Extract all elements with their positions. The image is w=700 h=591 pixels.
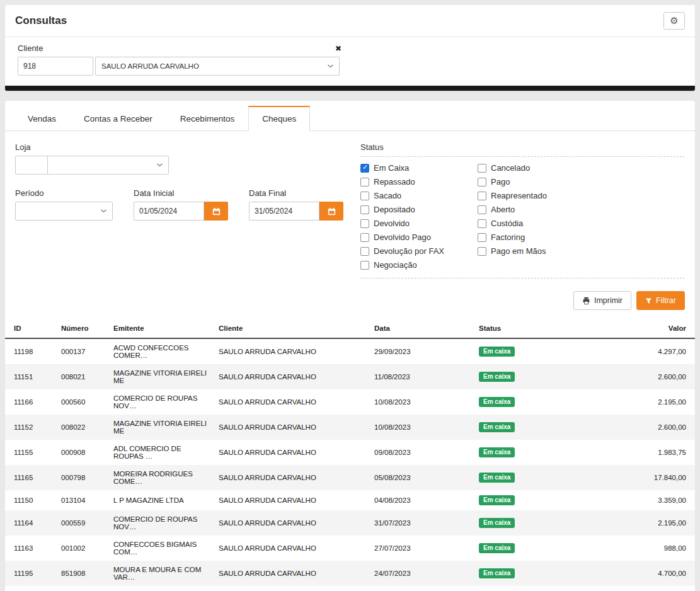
- table-row[interactable]: 11165 000798 MOREIRA RODRIGUES COME… SAU…: [5, 465, 695, 490]
- status-checkbox[interactable]: Aberto: [478, 205, 685, 214]
- status-checkbox[interactable]: Devolução por FAX: [360, 246, 478, 256]
- col-emitente[interactable]: Emitente: [110, 319, 215, 338]
- status-checkbox[interactable]: Pago: [478, 177, 685, 186]
- tab[interactable]: Contas a Receber: [70, 106, 166, 131]
- table-row[interactable]: 11166 000560 COMERCIO DE ROUPAS NOV… SAU…: [5, 389, 695, 415]
- checkbox-icon[interactable]: [360, 219, 369, 228]
- status-checkbox-label: Devolvido: [374, 219, 410, 228]
- cell-emitente: COMERCIO DE ROUPAS NOV…: [110, 389, 215, 415]
- tab-bar: Vendas Contas a Receber Recebimentos Che…: [5, 101, 695, 131]
- checkbox-icon[interactable]: [478, 219, 486, 228]
- tab[interactable]: Recebimentos: [166, 106, 248, 131]
- loja-code-input[interactable]: [15, 156, 48, 175]
- checkbox-icon[interactable]: [360, 247, 369, 256]
- checkbox-icon[interactable]: [360, 164, 369, 173]
- cell-cliente: SAULO ARRUDA CARVALHO: [215, 440, 370, 465]
- clear-client-icon[interactable]: ✖: [335, 45, 341, 52]
- data-inicial-calendar-button[interactable]: [204, 202, 228, 221]
- imprimir-button[interactable]: Imprimir: [573, 291, 631, 310]
- status-checkbox[interactable]: Custódia: [478, 219, 685, 228]
- status-checkbox[interactable]: Pago em Mãos: [478, 246, 685, 256]
- checkbox-icon[interactable]: [360, 233, 369, 242]
- col-numero[interactable]: Número: [57, 319, 110, 338]
- status-checkbox[interactable]: Reapresentado: [478, 191, 685, 200]
- cell-valor: 2.600,00: [573, 364, 695, 389]
- table-row[interactable]: 11195 851908 MOURA E MOURA E COM VAR… SA…: [5, 561, 695, 586]
- consultas-panel: Consultas ⚙ Cliente ✖ SAULO ARRUDA CARVA…: [5, 5, 695, 91]
- data-final-input[interactable]: [249, 202, 319, 221]
- checkbox-icon[interactable]: [360, 178, 369, 186]
- table-row[interactable]: 11152 008022 MAGAZINE VITORIA EIRELI ME …: [5, 415, 695, 440]
- table-row[interactable]: 11150 013104 L P MAGAZINE LTDA SAULO ARR…: [5, 490, 695, 510]
- cell-id: 11164: [5, 510, 57, 536]
- cell-status: Em caixa: [475, 536, 573, 561]
- checkbox-icon[interactable]: [478, 205, 486, 214]
- status-badge: Em caixa: [479, 568, 515, 578]
- checkbox-icon[interactable]: [360, 261, 369, 270]
- data-inicial-input[interactable]: [134, 202, 204, 221]
- panel-header: Consultas ⚙: [5, 5, 695, 37]
- cell-data: 09/08/2023: [370, 440, 475, 465]
- status-checkbox[interactable]: Devolvido: [360, 219, 478, 228]
- data-final-calendar-button[interactable]: [319, 202, 343, 221]
- settings-button[interactable]: ⚙: [663, 12, 685, 30]
- status-checkbox[interactable]: Depositado: [360, 205, 478, 214]
- table-row[interactable]: 11155 000908 ADL COMERCIO DE ROUPAS … SA…: [5, 440, 695, 465]
- cell-id: 11151: [5, 364, 57, 389]
- tab[interactable]: Cheques: [248, 106, 310, 131]
- checkbox-icon[interactable]: [360, 192, 369, 200]
- cell-numero: 013104: [57, 490, 110, 510]
- table-row[interactable]: 11122 900139 S ARRUDA CARVALHO ME SAULO …: [5, 586, 695, 591]
- cell-emitente: L P MAGAZINE LTDA: [110, 490, 215, 510]
- checkbox-icon[interactable]: [478, 164, 486, 173]
- actions-row: Imprimir Filtrar: [5, 278, 695, 319]
- cell-status: Em caixa: [475, 586, 573, 591]
- tab[interactable]: Vendas: [14, 106, 70, 131]
- client-inputs: SAULO ARRUDA CARVALHO: [18, 57, 682, 76]
- table-row[interactable]: 11151 008021 MAGAZINE VITORIA EIRELI ME …: [5, 364, 695, 389]
- status-checkbox[interactable]: Negociação: [360, 260, 478, 270]
- cell-id: 11155: [5, 440, 57, 465]
- client-select[interactable]: SAULO ARRUDA CARVALHO: [95, 57, 340, 76]
- checkbox-icon[interactable]: [478, 247, 486, 256]
- cell-numero: 000560: [57, 389, 110, 415]
- table-row[interactable]: 11164 000559 COMERCIO DE ROUPAS NOV… SAU…: [5, 510, 695, 536]
- status-column-left: Em Caixa Repassado Sacado: [360, 163, 478, 274]
- cell-numero: 008022: [57, 415, 110, 440]
- client-code-input[interactable]: [18, 57, 93, 76]
- status-checkbox-label: Negociação: [374, 260, 417, 270]
- periodo-select[interactable]: [15, 202, 113, 221]
- data-final-field: [249, 202, 343, 221]
- cell-cliente: SAULO ARRUDA CARVALHO: [215, 490, 370, 510]
- status-checkbox[interactable]: Em Caixa: [360, 163, 478, 173]
- cell-emitente: CONFECCOES BIGMAIS COM…: [110, 536, 215, 561]
- status-checkbox[interactable]: Repassado: [360, 177, 478, 186]
- cell-status: Em caixa: [475, 510, 573, 536]
- col-data[interactable]: Data: [370, 319, 475, 338]
- chevron-down-icon: [157, 163, 163, 167]
- status-checkbox[interactable]: Devolvido Pago: [360, 232, 478, 242]
- cell-id: 11163: [5, 536, 57, 561]
- col-status[interactable]: Status: [475, 319, 573, 338]
- table-row[interactable]: 11163 001002 CONFECCOES BIGMAIS COM… SAU…: [5, 536, 695, 561]
- status-checkbox[interactable]: Factoring: [478, 232, 685, 242]
- cell-numero: 000137: [57, 338, 110, 364]
- col-valor[interactable]: Valor: [573, 319, 695, 338]
- status-checkbox[interactable]: Cancelado: [478, 163, 685, 173]
- cell-id: 11150: [5, 490, 57, 510]
- table-row[interactable]: 11198 000137 ACWD CONFECCOES COMER… SAUL…: [5, 338, 695, 364]
- checkbox-icon[interactable]: [478, 178, 486, 186]
- cell-data: 27/07/2023: [370, 536, 475, 561]
- loja-select[interactable]: [48, 156, 169, 175]
- status-checkbox-label: Devolvido Pago: [374, 232, 431, 242]
- col-cliente[interactable]: Cliente: [215, 319, 370, 338]
- client-select-value: SAULO ARRUDA CARVALHO: [101, 62, 199, 70]
- filtrar-button[interactable]: Filtrar: [636, 291, 685, 310]
- status-checkbox[interactable]: Sacado: [360, 191, 478, 200]
- checkbox-icon[interactable]: [478, 192, 486, 200]
- checkbox-icon[interactable]: [478, 233, 486, 242]
- checkbox-icon[interactable]: [360, 205, 369, 214]
- col-id[interactable]: ID: [5, 319, 57, 338]
- cell-data: 04/08/2023: [370, 490, 475, 510]
- status-badge: Em caixa: [479, 495, 515, 505]
